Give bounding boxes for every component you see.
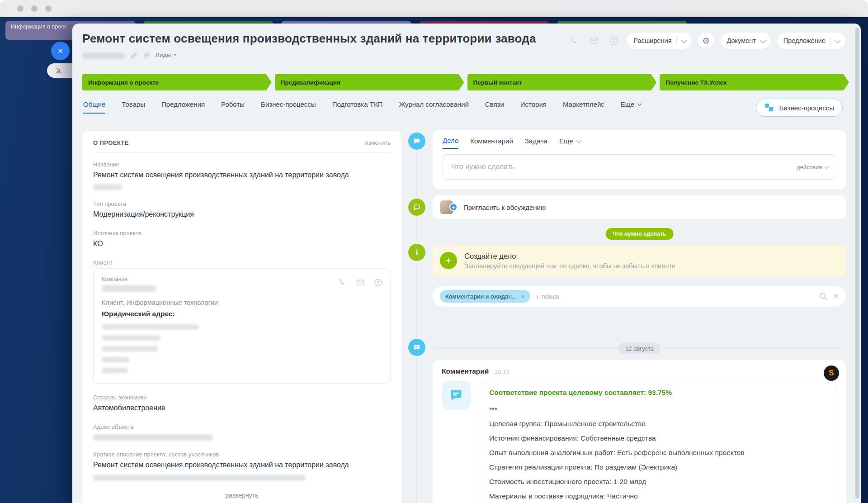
stage-info[interactable]: Информация о проекте xyxy=(82,74,272,90)
comment-bubble-icon xyxy=(442,381,471,410)
tab-marketplace[interactable]: Маркетплейс xyxy=(563,100,604,113)
tab-products[interactable]: Товары xyxy=(122,100,145,113)
composer-tab-task[interactable]: Задача xyxy=(525,137,547,149)
business-process-button[interactable]: Бизнес-процессы xyxy=(756,99,843,117)
field-label: Адрес объекта xyxy=(93,423,391,430)
window-close-dot[interactable] xyxy=(17,5,24,12)
field-label: Клиент xyxy=(93,259,391,266)
composer-tab-comment[interactable]: Комментарий xyxy=(470,137,513,149)
comment-header: Комментарий 16:18 xyxy=(442,367,837,375)
mail-icon[interactable] xyxy=(355,278,365,287)
add-activity-plus-icon[interactable]: + xyxy=(440,252,457,269)
entity-type-selector[interactable]: Лиды xyxy=(156,52,177,59)
app-background: Информация о проек × Ремонт систем освещ… xyxy=(0,17,868,503)
tab-quotes[interactable]: Предложения xyxy=(161,100,205,113)
comment-author-avatar[interactable]: S xyxy=(824,365,839,381)
field-label: Название xyxy=(93,161,391,168)
chevron-down-icon xyxy=(760,37,766,43)
field-value: Ремонт систем освещения производственных… xyxy=(93,170,391,180)
settings-gear-button[interactable]: ⚙ xyxy=(698,33,714,49)
field-client: Клиент Компания xyxy=(93,259,391,384)
slider-close-button[interactable]: × xyxy=(51,42,70,60)
copy-link-icon[interactable] xyxy=(143,52,150,59)
browser-window: Информация о проек × Ремонт систем освещ… xyxy=(0,0,868,503)
composer-tab-activity[interactable]: Дело xyxy=(443,137,458,149)
comment-highlight: Соответствие проекта целевому составляет… xyxy=(489,389,828,397)
stage-success[interactable]: Получение ТЗ.Успех xyxy=(660,74,849,90)
field-label: Краткое описание проекта, состав участни… xyxy=(93,451,391,458)
filter-search-input[interactable]: + поиск xyxy=(536,293,814,300)
browser-titlebar xyxy=(0,0,868,17)
close-icon[interactable]: ✕ xyxy=(833,292,839,301)
extensions-button[interactable]: Расширения xyxy=(627,33,691,49)
openline-chat-icon[interactable] xyxy=(607,34,621,47)
remove-filter-icon[interactable]: × xyxy=(521,293,525,300)
document-button[interactable]: Документ xyxy=(721,33,771,49)
timeline-line xyxy=(416,134,417,503)
comment-message-box: Соответствие проекта целевому составляет… xyxy=(480,381,837,503)
expand-link[interactable]: развернуть xyxy=(93,492,391,499)
avatar-initial: S xyxy=(829,369,834,378)
panel-scrollbar[interactable] xyxy=(855,28,859,498)
page-title: Ремонт систем освещения производственных… xyxy=(82,32,536,46)
comment-body: Соответствие проекта целевому составляет… xyxy=(442,381,837,503)
field-value: Ремонт систем освещения производственных… xyxy=(93,460,391,470)
chevron-down-icon xyxy=(637,101,642,106)
timeline-filter-bar: Комментарии и ожидан... × + поиск ✕ xyxy=(433,286,846,307)
client-contact-icons xyxy=(338,278,383,287)
filter-chip[interactable]: Комментарии и ожидан... × xyxy=(440,290,530,303)
crm-detail-panel: Ремонт систем освещения производственных… xyxy=(72,24,861,503)
entity-subheader: Лиды xyxy=(82,52,177,59)
date-separator: 12 августа xyxy=(433,342,846,354)
window-minimize-dot[interactable] xyxy=(31,5,38,12)
field-name: Название Ремонт систем освещения произво… xyxy=(93,161,391,190)
offer-button[interactable]: Предложение xyxy=(777,33,845,49)
comment-line: Материалы в поставке подрядчика: Частичн… xyxy=(489,492,828,501)
redacted-address-line xyxy=(102,324,199,330)
create-activity-title[interactable]: Создайте дело xyxy=(464,252,675,261)
stage-first-contact[interactable]: Первый контакт xyxy=(467,74,657,90)
tab-approvals[interactable]: Журнал согласований xyxy=(399,100,468,113)
caret-down-icon xyxy=(173,54,177,56)
tab-tkp[interactable]: Подготовка ТКП xyxy=(332,100,383,113)
tab-history[interactable]: История xyxy=(520,100,547,113)
actions-dropdown[interactable]: действия xyxy=(797,164,828,171)
legal-address-label: Юридический адрес: xyxy=(102,310,382,318)
phone-icon[interactable] xyxy=(567,34,581,47)
field-label: Тип проекта xyxy=(93,200,391,207)
filter-chip-label: Комментарии и ожидан... xyxy=(445,293,517,300)
window-zoom-dot[interactable] xyxy=(45,5,52,12)
tab-robots[interactable]: Роботы xyxy=(221,100,245,113)
create-activity-card: + Создайте дело Запланируйте следующий ш… xyxy=(433,245,846,276)
invite-discussion-card[interactable]: + Пригласить к обсуждению xyxy=(433,195,846,219)
edit-link[interactable]: изменить xyxy=(365,139,391,146)
comment-type-label: Комментарий xyxy=(442,367,489,375)
todo-separator: Что нужно сделать xyxy=(433,228,846,240)
field-value: Модернизация/реконструкция xyxy=(93,209,391,219)
phone-icon[interactable] xyxy=(338,278,347,287)
stage-prequalification[interactable]: Предквалификация xyxy=(275,74,464,90)
todo-input[interactable]: Что нужно сделать действия xyxy=(443,154,836,180)
chevron-down-icon xyxy=(576,138,581,143)
field-address: Адрес объекта xyxy=(93,423,391,441)
field-label: Отрасль экономики xyxy=(93,394,391,401)
tab-general[interactable]: Общие xyxy=(83,100,105,114)
chat-icon[interactable] xyxy=(373,278,383,287)
add-user-plus-icon[interactable]: + xyxy=(449,203,458,211)
edit-pencil-icon[interactable] xyxy=(131,52,137,59)
redacted-description-line xyxy=(93,475,306,481)
mail-icon[interactable] xyxy=(587,34,601,47)
tab-more[interactable]: Еще xyxy=(621,100,641,113)
tab-relations[interactable]: Связи xyxy=(485,100,504,113)
tab-bizproc[interactable]: Бизнес-процессы xyxy=(261,100,316,113)
offer-label: Предложение xyxy=(783,37,826,44)
info-icon: i xyxy=(408,244,425,261)
pipeline-stage-bar: Информация о проекте Предквалификация Пе… xyxy=(82,74,849,90)
entity-type-label: Лиды xyxy=(156,52,171,58)
todo-marker-pill[interactable]: Что нужно сделать xyxy=(605,228,674,240)
search-icon[interactable] xyxy=(819,292,827,300)
date-pill: 12 августа xyxy=(618,342,661,354)
redacted-text xyxy=(93,184,122,190)
comment-chat-icon xyxy=(408,339,425,356)
composer-tab-more[interactable]: Еще xyxy=(559,137,580,149)
